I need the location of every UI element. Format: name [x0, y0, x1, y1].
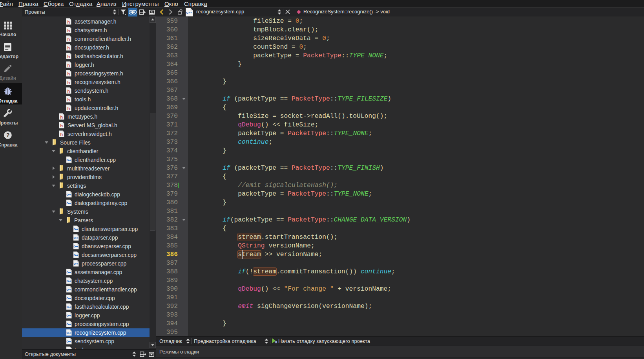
svg-text:h: h	[68, 71, 70, 76]
svg-text:c: c	[66, 331, 68, 335]
svg-text:c: c	[66, 193, 68, 197]
svg-text:h: h	[68, 28, 70, 33]
svg-text:c: c	[66, 201, 68, 205]
svg-text:c: c	[73, 253, 75, 257]
svg-text:c: c	[66, 297, 68, 300]
svg-text:h: h	[60, 132, 63, 137]
svg-text:c: c	[66, 305, 68, 309]
svg-text:h: h	[68, 54, 70, 59]
svg-text:h: h	[60, 123, 63, 128]
svg-text:h: h	[68, 20, 70, 24]
svg-text:c: c	[73, 262, 75, 266]
svg-text:c: c	[73, 245, 75, 249]
svg-text:c: c	[73, 236, 75, 240]
svg-text:C++: C++	[186, 11, 192, 15]
svg-text:c: c	[66, 348, 68, 349]
svg-text:h: h	[68, 89, 70, 93]
svg-text:c: c	[66, 158, 68, 162]
svg-text:c: c	[66, 340, 68, 344]
svg-text:c: c	[66, 322, 68, 326]
svg-text:h: h	[68, 63, 70, 68]
svg-text:c: c	[66, 288, 68, 292]
svg-text:?: ?	[6, 132, 10, 138]
svg-text:h: h	[68, 80, 70, 85]
svg-text:c: c	[66, 314, 68, 318]
svg-text:h: h	[68, 97, 70, 102]
svg-text:c: c	[66, 279, 68, 283]
svg-text:h: h	[68, 106, 70, 111]
svg-text:h: h	[68, 46, 70, 50]
svg-text:c: c	[73, 227, 75, 231]
svg-text:h: h	[60, 115, 63, 119]
svg-text:h: h	[68, 37, 70, 42]
svg-text:c: c	[66, 271, 68, 275]
